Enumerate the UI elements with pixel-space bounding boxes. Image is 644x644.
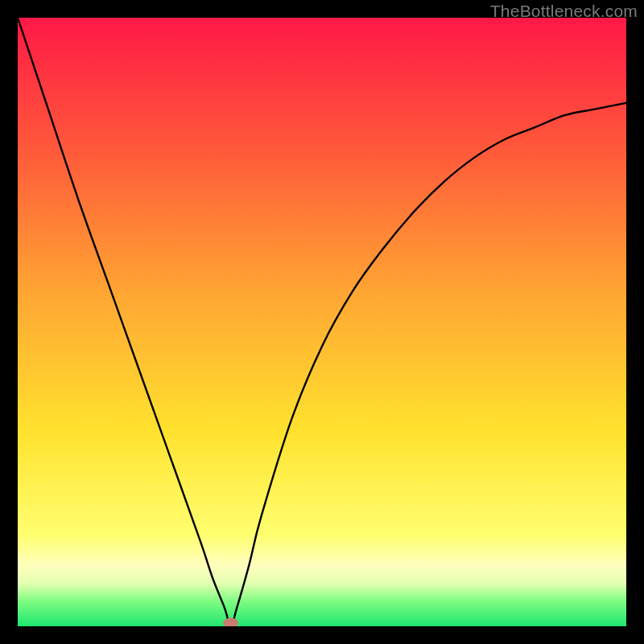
bottleneck-plot-svg	[18, 18, 626, 626]
optimal-point-marker	[224, 618, 238, 626]
bottleneck-curve	[18, 18, 626, 626]
chart-area	[18, 18, 626, 626]
